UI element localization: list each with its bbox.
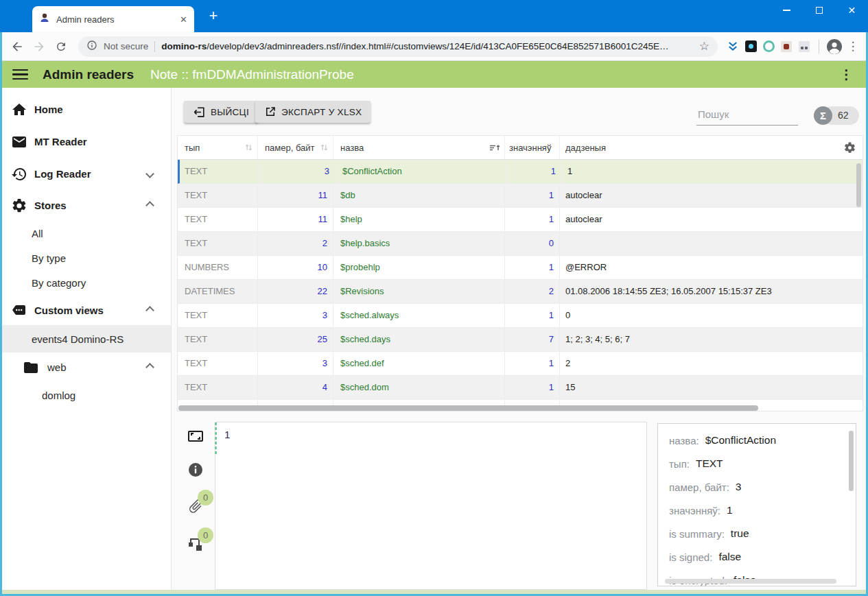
sidebar-item-by-type[interactable]: By type [0, 246, 171, 270]
sidebar-item-events4-domino-rs[interactable]: events4 Domino-RS [0, 325, 171, 353]
property-row: тып: TEXT [669, 452, 845, 475]
property-label: памер, байт: [669, 481, 729, 493]
extension-pdf-icon[interactable] [778, 38, 795, 56]
tab-close-icon[interactable]: ✕ [180, 14, 187, 25]
new-tab-button[interactable]: + [204, 6, 223, 25]
url-domain: domino-rs [161, 41, 207, 51]
column-header-name[interactable]: назва [333, 136, 505, 159]
cell-type: NUMBERS [178, 256, 258, 279]
sidebar-item-mt-reader[interactable]: MT Reader [0, 126, 171, 158]
browser-menu-icon[interactable]: ⋮ [845, 39, 861, 53]
properties-vertical-scrollbar[interactable] [849, 431, 854, 491]
cell-size: 3 [258, 352, 333, 375]
chevron-down-icon [145, 169, 154, 178]
properties-horizontal-scrollbar[interactable] [665, 579, 836, 584]
table-row[interactable]: TEXT 2 $help.basics 0 [178, 232, 863, 256]
table-row[interactable]: DATETIMES 22 $Revisions 2 01.08.2006 18:… [178, 280, 863, 304]
profile-avatar[interactable] [825, 38, 843, 56]
sidebar-item-log-reader[interactable]: Log Reader [0, 158, 171, 190]
extension-ring-icon[interactable] [760, 38, 777, 56]
cell-size: 22 [258, 280, 333, 303]
forward-button[interactable] [29, 36, 49, 57]
property-label: значэнняў: [669, 505, 720, 516]
table-horizontal-scrollbar[interactable] [178, 405, 758, 411]
sidebar-item-all[interactable]: All [0, 221, 171, 246]
maximize-icon [816, 7, 823, 14]
sidebar-item-web-folder[interactable]: web [0, 353, 171, 382]
table-row[interactable]: NUMBERS 10 $probehlp 1 @ERROR [178, 256, 863, 280]
sidebar-item-home[interactable]: Home [0, 93, 171, 126]
forward-icon [32, 40, 46, 53]
chevron-up-icon [145, 363, 154, 372]
cell-type: TEXT [178, 376, 258, 399]
cell-type: TEXT [178, 208, 258, 231]
cell-data: autoclear [560, 208, 863, 231]
browser-window: Admin readers ✕ + ✕ Not secure domino-rs… [0, 0, 868, 596]
table-row[interactable]: TEXT 4 $sched.dom 1 15 [178, 376, 863, 400]
page-info-icon[interactable] [86, 40, 97, 53]
table-vertical-scrollbar[interactable] [856, 163, 861, 207]
table-row[interactable]: TEXT 11 $help 1 autoclear [178, 208, 863, 232]
total-count-chip: Σ 62 [814, 106, 859, 125]
cell-type: TEXT [178, 184, 258, 207]
browser-tab[interactable]: Admin readers ✕ [32, 6, 194, 32]
cell-type: TEXT [180, 160, 260, 183]
search-input[interactable] [696, 107, 798, 126]
table-row[interactable]: TEXT 11 $db 1 autoclear [178, 184, 863, 208]
field-value-text: 1 [215, 422, 646, 440]
address-bar[interactable]: Not secure domino-rs/develop/dev3/adminr… [78, 36, 718, 57]
table-row[interactable]: TEXT 3 $ConflictAction 1 1 [178, 160, 863, 184]
column-settings-gear-icon[interactable] [843, 141, 856, 154]
exit-button[interactable]: ВЫЙСЦІ [184, 101, 258, 123]
history-icon [11, 166, 27, 182]
browser-tab-strip: Admin readers ✕ + ✕ [0, 0, 868, 32]
cell-name: $sched.days [333, 328, 505, 351]
gear-icon [11, 198, 27, 214]
app-menu-icon[interactable]: ⋮ [840, 67, 853, 82]
extension-react-icon[interactable] [742, 38, 759, 56]
back-button[interactable] [7, 36, 27, 57]
cell-values: 1 [505, 304, 560, 327]
sidebar-item-domlog[interactable]: domlog [0, 382, 171, 408]
url-path: /develop/dev3/adminreaders.nsf//index.ht… [207, 41, 668, 51]
cell-data: 01.08.2006 18:14:55 ZE3; 16.05.2007 15:1… [560, 280, 863, 303]
cell-values: 1 [505, 376, 560, 399]
field-info-button[interactable] [187, 461, 204, 479]
cell-type: TEXT [178, 352, 258, 375]
embedded-objects-button[interactable]: 0 [187, 535, 204, 553]
bookmark-star-icon[interactable]: ☆ [699, 39, 709, 53]
column-header-type[interactable]: тып [178, 136, 258, 159]
expand-field-button[interactable] [187, 427, 204, 445]
table-row[interactable]: TEXT 3 $sched.def 1 2 [178, 352, 863, 376]
column-header-size[interactable]: памер, байт [258, 136, 333, 159]
reload-button[interactable] [51, 36, 71, 57]
cell-type: TEXT [178, 232, 258, 255]
hamburger-menu-icon[interactable] [12, 67, 28, 83]
sidebar-item-by-category[interactable]: By category [0, 270, 171, 295]
window-close-button[interactable]: ✕ [836, 0, 868, 21]
column-header-values[interactable]: значэнняў [505, 136, 560, 159]
sort-updown-icon[interactable] [244, 143, 253, 152]
export-icon [264, 106, 277, 118]
window-maximize-button[interactable] [803, 0, 835, 21]
cell-values: 1 [505, 352, 560, 375]
attachments-button[interactable]: 0 [187, 497, 204, 515]
sidebar-item-custom-views[interactable]: Custom views [0, 295, 171, 325]
sort-updown-icon[interactable] [320, 143, 329, 152]
cell-values: 1 [505, 184, 560, 207]
cell-size: 11 [258, 208, 333, 231]
extension-chevrons-icon[interactable] [725, 38, 741, 56]
field-value-editor[interactable]: 1 [215, 422, 647, 590]
app-title: Admin readers [43, 67, 134, 82]
sort-ascending-icon[interactable] [489, 143, 500, 152]
property-row: назва: $ConflictAction [669, 429, 845, 452]
cell-name: $sched.always [333, 304, 505, 327]
extension-gray-icon[interactable] [796, 38, 812, 56]
window-minimize-button[interactable] [771, 0, 803, 21]
column-header-data[interactable]: дадзеныя [560, 136, 863, 159]
table-row[interactable]: TEXT 3 $sched.always 1 0 [178, 304, 863, 328]
sidebar: Home MT Reader Log Reader Stores All By … [0, 88, 172, 596]
sidebar-item-stores[interactable]: Stores [0, 190, 171, 221]
export-xlsx-button[interactable]: ЭКСПАРТ У XLSX [255, 101, 371, 123]
table-row[interactable]: TEXT 25 $sched.days 7 1; 2; 3; 4; 5; 6; … [178, 328, 863, 352]
